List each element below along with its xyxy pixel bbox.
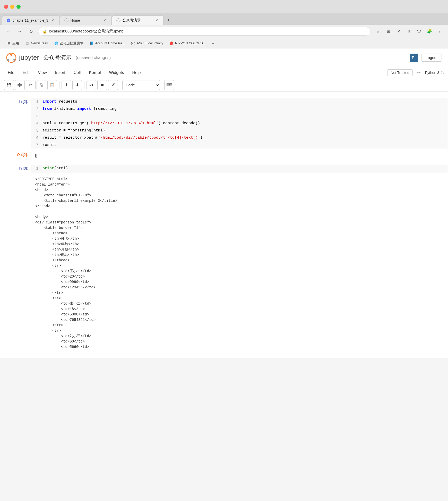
logout-button[interactable]: Logout bbox=[421, 54, 442, 62]
menu-widgets[interactable]: Widgets bbox=[106, 69, 128, 77]
cell-2-body[interactable]: 1 import requests 2 from lxml.html impor… bbox=[31, 98, 448, 149]
close-button[interactable] bbox=[4, 5, 8, 9]
interrupt-kernel-button[interactable]: ⏹ bbox=[97, 80, 107, 90]
amazon-icon: 🌐 bbox=[54, 41, 58, 45]
tab-icon-home bbox=[64, 18, 68, 22]
not-trusted-button[interactable]: Not Trusted bbox=[387, 69, 412, 76]
jupyter-menubar: File Edit View Insert Cell Kernel Widget… bbox=[0, 67, 448, 78]
menu-right-area: Not Trusted ✏ Python 3 bbox=[387, 69, 444, 77]
url-bar[interactable]: 🔒 localhost:8888/notebooks/公众号演示.ipynb bbox=[38, 27, 371, 36]
bookmark-more[interactable]: » bbox=[209, 40, 216, 46]
tab-label-home: Home bbox=[71, 18, 80, 22]
tab-close-gongzhonghao[interactable]: ✕ bbox=[154, 18, 159, 23]
toolbar-sep-2 bbox=[84, 81, 84, 89]
cell-3-line-1: 1 print(html) bbox=[31, 165, 448, 172]
line-code-1: import requests bbox=[40, 98, 79, 105]
code-line-6: 6 result = selector.xpath('/html/body/di… bbox=[31, 134, 448, 141]
bookmark-amazon-label: 亚马逊批量删除 bbox=[60, 41, 83, 46]
back-button[interactable]: ← bbox=[4, 27, 12, 36]
tab-label-chapter11: chapter11_example_3 bbox=[13, 18, 48, 22]
menu-file[interactable]: File bbox=[4, 69, 18, 77]
line-code-2: from lxml.html import fromstring bbox=[40, 105, 119, 113]
menu-kernel[interactable]: Kernel bbox=[85, 69, 104, 77]
move-cell-down-button[interactable]: ⬇ bbox=[72, 80, 82, 90]
line-code-7: result bbox=[40, 141, 58, 149]
menu-edit[interactable]: Edit bbox=[19, 69, 33, 77]
keyboard-icon: ⌨ bbox=[166, 82, 172, 87]
run-all-button[interactable]: ⏮ bbox=[87, 80, 96, 90]
restart-icon: ↺ bbox=[111, 82, 115, 87]
notebook-name[interactable]: 公众号演示 bbox=[43, 54, 72, 62]
toolbar-sep-3 bbox=[120, 81, 120, 89]
traffic-lights bbox=[4, 5, 21, 9]
new-tab-button[interactable]: + bbox=[164, 15, 173, 25]
python-logo-icon: P bbox=[410, 54, 418, 62]
scissors-icon: ✂ bbox=[29, 82, 32, 87]
code-line-3: 3 bbox=[31, 113, 448, 120]
jupyter-logo: jupyter bbox=[6, 53, 39, 63]
stop-icon: ⏹ bbox=[100, 83, 104, 87]
cell-type-select[interactable]: Code Markdown Raw NBConvert Heading bbox=[122, 80, 160, 90]
star-icon[interactable]: ☆ bbox=[374, 27, 382, 36]
menu-help[interactable]: Help bbox=[128, 69, 144, 77]
kernel-status-circle bbox=[441, 71, 444, 74]
menu-view[interactable]: View bbox=[34, 69, 50, 77]
browser-toolbar-icons: ☆ ⊞ ✕ ⬇ 🛡 🧩 ⋮ bbox=[374, 27, 444, 36]
download-icon[interactable]: ⬇ bbox=[405, 27, 413, 36]
asciiflow-icon: [af] bbox=[131, 41, 135, 45]
bookmark-account[interactable]: 📘 Account Home Pa... bbox=[87, 40, 127, 46]
cell-2-code[interactable]: 1 import requests 2 from lxml.html impor… bbox=[31, 98, 448, 149]
more-icon[interactable]: ⋮ bbox=[436, 27, 444, 36]
bookmark-apps[interactable]: ⊞ 应用 bbox=[4, 40, 22, 47]
extension-icon[interactable]: 🧩 bbox=[425, 27, 434, 36]
notebook-content: In [2]: 1 import requests 2 from lxml.ht… bbox=[0, 92, 448, 358]
move-cell-up-button[interactable]: ⬆ bbox=[62, 80, 71, 90]
kernel-indicator-header: P bbox=[410, 54, 418, 62]
menu-insert[interactable]: Insert bbox=[51, 69, 69, 77]
apps-icon: ⊞ bbox=[7, 41, 11, 45]
tab-gongzhonghao[interactable]: 公众号演示 ✕ bbox=[112, 15, 163, 25]
toolbar-sep-4 bbox=[162, 81, 162, 89]
cell-3-body[interactable]: 1 print(html) bbox=[31, 165, 448, 172]
copy-cells-button[interactable]: ⎘ bbox=[37, 80, 46, 90]
svg-point-6 bbox=[7, 59, 9, 61]
keyboard-shortcuts-button[interactable]: ⌨ bbox=[164, 80, 174, 90]
menu-cell[interactable]: Cell bbox=[70, 69, 84, 77]
bookmark-amazon[interactable]: 🌐 亚马逊批量删除 bbox=[51, 40, 86, 47]
address-bar: ← → ↻ 🔒 localhost:8888/notebooks/公众号演示.i… bbox=[0, 25, 448, 38]
plus-icon: ➕ bbox=[17, 82, 22, 87]
refresh-button[interactable]: ↻ bbox=[27, 27, 35, 36]
title-bar bbox=[0, 0, 448, 13]
restart-kernel-button[interactable]: ↺ bbox=[108, 80, 118, 90]
bookmark-nippon[interactable]: 🔴 NIPPON COLORS... bbox=[167, 40, 208, 46]
tab-close-chapter11[interactable]: ✕ bbox=[50, 18, 55, 23]
tab-home[interactable]: Home ✕ bbox=[60, 15, 111, 25]
tab-chapter11[interactable]: N chapter11_example_3 ✕ bbox=[2, 15, 59, 25]
jupyter-notebook: jupyter 公众号演示 (unsaved changes) P Logout… bbox=[0, 48, 448, 358]
insert-cell-below-button[interactable]: ➕ bbox=[15, 80, 25, 90]
code-line-4: 4 html = requests.get('http://127.0.0.1:… bbox=[31, 120, 448, 127]
cell-3-code[interactable]: 1 print(html) bbox=[31, 165, 448, 172]
cell-3-output-container: <!DOCTYPE html> <html lang="en"> <head> … bbox=[0, 173, 448, 353]
unsaved-label: (unsaved changes) bbox=[76, 55, 111, 60]
shield-icon[interactable]: 🛡 bbox=[415, 27, 423, 36]
lock-icon: 🔒 bbox=[42, 29, 47, 34]
tab-close-home[interactable]: ✕ bbox=[102, 18, 107, 23]
save-button[interactable]: 💾 bbox=[4, 80, 14, 90]
svg-text:N: N bbox=[8, 19, 10, 22]
bookmark-newsbreak-label: NewsBreak bbox=[31, 41, 48, 45]
bookmark-newsbreak[interactable]: 📰 NewsBreak bbox=[23, 40, 50, 46]
forward-button[interactable]: → bbox=[15, 27, 24, 36]
grid-icon[interactable]: ⊞ bbox=[384, 27, 392, 36]
minimize-button[interactable] bbox=[10, 5, 14, 9]
tab-icon-gongzhonghao bbox=[116, 18, 120, 22]
bookmark-nippon-label: NIPPON COLORS... bbox=[175, 41, 206, 45]
bookmark-asciiflow[interactable]: [af] ASCIIFlow Infinity bbox=[128, 40, 166, 46]
cut-cells-button[interactable]: ✂ bbox=[26, 80, 36, 90]
paste-cells-button[interactable]: 📋 bbox=[47, 80, 57, 90]
x-icon[interactable]: ✕ bbox=[394, 27, 403, 36]
pencil-icon[interactable]: ✏ bbox=[415, 69, 423, 77]
maximize-button[interactable] bbox=[16, 5, 21, 9]
arrow-up-icon: ⬆ bbox=[65, 82, 68, 87]
line-code-6: result = selector.xpath('/html/body/div/… bbox=[40, 134, 204, 141]
